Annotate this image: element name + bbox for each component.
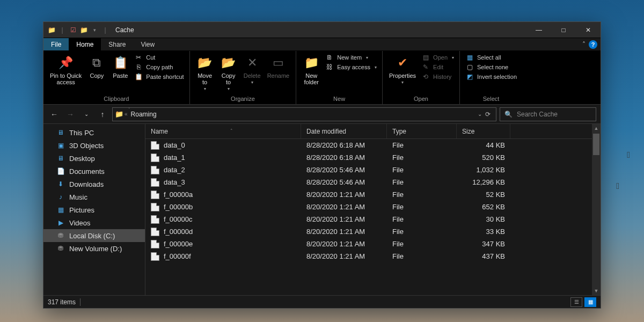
ribbon-tabs: File Home Share View ˄ ?: [43, 38, 601, 51]
scroll-down-icon[interactable]: ▼: [592, 287, 601, 295]
table-row[interactable]: data_0 8/28/2020 6:18 AM File 44 KB: [145, 139, 601, 151]
maximize-button[interactable]: □: [551, 22, 576, 38]
copy-button[interactable]: ⧉ Copy: [85, 52, 108, 81]
sidebar-item[interactable]: ▣3D Objects: [43, 139, 145, 152]
column-size[interactable]: Size: [457, 124, 510, 138]
qat-properties-icon[interactable]: ☑: [68, 25, 78, 35]
sidebar-item-label: Documents: [69, 167, 105, 175]
tab-home[interactable]: Home: [69, 38, 101, 50]
column-headers: Name˄ Date modified Type Size: [145, 124, 601, 139]
table-row[interactable]: data_3 8/28/2020 5:46 AM File 12,296 KB: [145, 176, 601, 188]
sidebar-item-icon: ⛃: [56, 244, 65, 253]
body: 🖥This PC▣3D Objects🖥Desktop📄Documents⬇Do…: [43, 124, 601, 295]
sidebar-item-icon: 🖥: [56, 154, 65, 163]
move-to-button[interactable]: 📂 Move to ▾: [193, 52, 217, 93]
properties-button[interactable]: ✔ Properties ▾: [386, 52, 419, 87]
view-thumbnails-button[interactable]: ▦: [584, 297, 596, 307]
delete-button[interactable]: ✕ Delete ▾: [240, 52, 264, 87]
table-row[interactable]: f_00000d 8/20/2020 1:21 AM File 33 KB: [145, 225, 601, 238]
sidebar-item-label: Downloads: [69, 180, 104, 188]
copy-path-button[interactable]: ⎘Copy path: [134, 63, 184, 71]
refresh-icon[interactable]: ⟳: [485, 111, 491, 118]
history-icon: ⟲: [421, 72, 430, 81]
file-type: File: [387, 166, 457, 174]
sidebar-item[interactable]: ⛃New Volume (D:): [43, 242, 145, 255]
sidebar-item[interactable]: 📄Documents: [43, 165, 145, 178]
sidebar-item[interactable]: ▶Videos: [43, 216, 145, 229]
table-row[interactable]: f_00000a 8/20/2020 1:21 AM File 52 KB: [145, 188, 601, 201]
sidebar-item[interactable]: 🖥Desktop: [43, 152, 145, 165]
minimize-button[interactable]: ―: [526, 22, 551, 38]
edit-button[interactable]: ✎Edit: [421, 63, 454, 71]
breadcrumb-segment[interactable]: Roaming: [129, 111, 159, 118]
nav-forward-button[interactable]: →: [64, 108, 77, 121]
file-icon: [151, 215, 159, 224]
tab-view[interactable]: View: [133, 38, 162, 50]
table-row[interactable]: f_00000e 8/20/2020 1:21 AM File 347 KB: [145, 238, 601, 250]
copy-icon: ⧉: [88, 54, 105, 71]
help-icon[interactable]: ?: [589, 40, 597, 49]
new-folder-button[interactable]: 📁 New folder: [299, 52, 323, 87]
breadcrumb-dropdown-icon[interactable]: ⌄: [478, 111, 482, 117]
file-type: File: [387, 228, 457, 236]
paste-button[interactable]: 📋 Paste: [108, 52, 132, 81]
qat-dropdown-icon[interactable]: ▾: [90, 25, 99, 35]
table-row[interactable]: data_2 8/28/2020 5:46 AM File 1,032 KB: [145, 164, 601, 176]
file-name: f_00000a: [164, 191, 193, 199]
view-details-button[interactable]: ☰: [570, 297, 582, 307]
sidebar-item-icon: ▶: [56, 218, 65, 227]
easy-access-button[interactable]: ⛓Easy access▾: [325, 63, 377, 71]
column-name[interactable]: Name˄: [145, 124, 301, 138]
nav-up-button[interactable]: ↑: [96, 108, 109, 121]
invert-selection-button[interactable]: ◩Invert selection: [465, 72, 517, 81]
sidebar-item[interactable]: ♪Music: [43, 191, 145, 203]
pin-to-quick-access-button[interactable]: 📌 Pin to Quick access: [47, 52, 85, 87]
tab-file[interactable]: File: [43, 38, 69, 50]
sidebar-item[interactable]: ⛃Local Disk (C:): [43, 229, 145, 242]
history-button[interactable]: ⟲History: [421, 72, 454, 81]
folder-icon: 📁: [47, 25, 56, 35]
search-input[interactable]: 🔍 Search Cache: [500, 107, 596, 121]
sidebar-item-icon: ♪: [56, 193, 65, 201]
table-row[interactable]: f_00000b 8/20/2020 1:21 AM File 652 KB: [145, 201, 601, 213]
nav-back-button[interactable]: ←: [48, 108, 61, 121]
table-row[interactable]: f_00000f 8/20/2020 1:21 AM File 437 KB: [145, 250, 601, 262]
copy-to-button[interactable]: 📂 Copy to ▾: [217, 52, 240, 93]
file-size: 12,296 KB: [457, 178, 510, 186]
sidebar-item[interactable]: ⬇Downloads: [43, 178, 145, 191]
rename-icon: ▭: [269, 54, 287, 71]
file-size: 30 KB: [457, 215, 510, 223]
select-all-button[interactable]: ▦Select all: [465, 53, 517, 62]
collapse-ribbon-icon[interactable]: ˄: [582, 41, 586, 48]
file-icon: [151, 228, 159, 236]
file-size: 347 KB: [457, 240, 510, 248]
cut-icon: ✂: [134, 53, 143, 62]
new-item-button[interactable]: 🗎New item▾: [325, 53, 377, 62]
file-name: data_2: [164, 166, 185, 174]
qat-newfolder-icon[interactable]: 📁: [79, 25, 89, 35]
rename-button[interactable]: ▭ Rename: [264, 52, 293, 81]
table-row[interactable]: data_1 8/28/2020 6:18 AM File 520 KB: [145, 151, 601, 164]
paste-shortcut-button[interactable]: 📋Paste shortcut: [134, 72, 184, 81]
column-date[interactable]: Date modified: [301, 124, 387, 138]
file-date: 8/28/2020 6:18 AM: [301, 153, 387, 162]
pin-icon: 📌: [57, 54, 75, 71]
nav-recent-dropdown[interactable]: ⌄: [80, 108, 93, 121]
scroll-up-icon[interactable]: ▲: [592, 124, 601, 133]
ribbon-group-label: Open: [386, 94, 456, 104]
table-row[interactable]: f_00000c 8/20/2020 1:21 AM File 30 KB: [145, 213, 601, 225]
scroll-thumb[interactable]: [593, 134, 599, 155]
open-button[interactable]: ▤Open▾: [421, 53, 454, 62]
cut-button[interactable]: ✂Cut: [134, 53, 184, 62]
breadcrumb[interactable]: 📁 « Users›fatiw›AppData›Roaming›Microsof…: [112, 107, 496, 121]
tab-share[interactable]: Share: [101, 38, 133, 50]
column-type[interactable]: Type: [387, 124, 457, 138]
close-button[interactable]: ✕: [576, 22, 601, 38]
vertical-scrollbar[interactable]: ▲ ▼: [592, 124, 601, 295]
ribbon-group-select: ▦Select all ▢Select none ◩Invert selecti…: [460, 51, 522, 104]
sidebar-item[interactable]: 🖥This PC: [43, 126, 145, 139]
select-none-button[interactable]: ▢Select none: [465, 63, 517, 71]
moveto-icon: 📂: [196, 54, 214, 71]
sidebar-item[interactable]: ▦Pictures: [43, 203, 145, 216]
file-name: f_00000e: [164, 240, 193, 248]
